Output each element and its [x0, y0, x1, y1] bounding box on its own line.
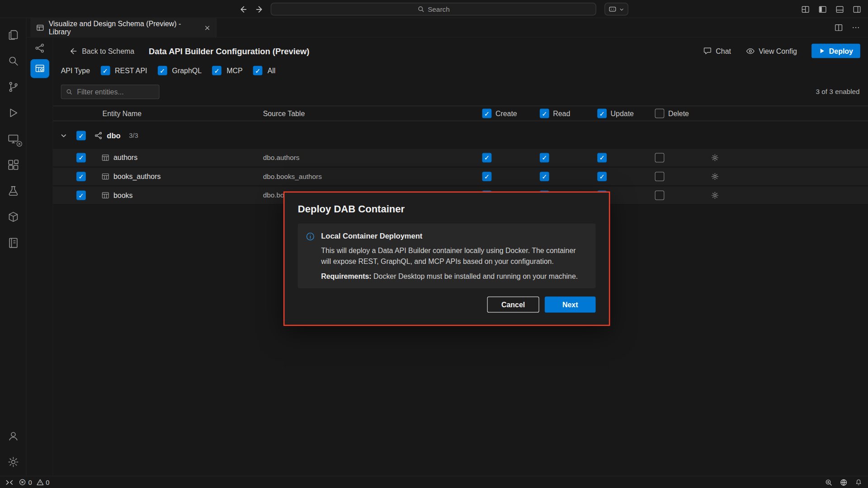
sidebar-item-remote-explorer[interactable] [0, 126, 26, 152]
more-actions-icon[interactable] [851, 23, 860, 32]
sidebar-item-notebook[interactable] [0, 230, 26, 256]
bell-icon[interactable] [855, 479, 863, 486]
command-center-search[interactable]: Search [271, 3, 596, 15]
next-button[interactable]: Next [545, 297, 596, 313]
cancel-button[interactable]: Cancel [487, 297, 539, 313]
customize-layout-icon[interactable] [801, 5, 810, 14]
col-entity-name: Entity Name [103, 109, 142, 117]
group-checkbox[interactable] [76, 131, 86, 141]
deploy-label: Deploy [829, 47, 853, 55]
chat-button[interactable]: Chat [703, 47, 731, 56]
chat-icon [703, 47, 712, 56]
split-editor-icon[interactable] [834, 23, 843, 32]
sidebar-item-source-control[interactable] [0, 74, 26, 100]
schema-designer-icon[interactable] [30, 39, 49, 58]
back-to-schema-link[interactable]: Back to Schema [69, 47, 134, 55]
toggle-panel-icon[interactable] [835, 5, 844, 14]
schema-tool-strip [27, 38, 53, 476]
read-checkbox[interactable] [540, 153, 549, 163]
deploy-button[interactable]: Deploy [811, 44, 860, 58]
col-source-table: Source Table [263, 109, 305, 117]
problems-indicator[interactable]: 0 0 [19, 479, 50, 486]
view-config-icon [745, 46, 755, 56]
filter-entities-input[interactable] [76, 87, 155, 97]
header-actions: Chat View Config Deploy [703, 44, 860, 58]
row-checkbox[interactable] [76, 153, 86, 163]
browser-icon[interactable] [840, 479, 848, 486]
sidebar-item-packages[interactable] [0, 204, 26, 230]
mcp-checkbox[interactable] [212, 66, 222, 75]
collapse-chevron-icon[interactable] [60, 131, 67, 139]
table-icon [101, 154, 109, 162]
delete-checkbox[interactable] [655, 191, 665, 200]
toggle-secondary-sidebar-icon[interactable] [853, 5, 862, 14]
toggle-primary-sidebar-icon[interactable] [818, 5, 827, 14]
settings-gear-icon[interactable] [0, 449, 26, 475]
copilot-icon [609, 5, 617, 13]
close-icon[interactable] [204, 24, 210, 30]
delete-checkbox[interactable] [655, 153, 665, 163]
requirements-body: Docker Desktop must be installed and run… [372, 272, 578, 281]
sidebar-item-explorer[interactable] [0, 22, 26, 48]
view-config-button[interactable]: View Config [745, 46, 797, 56]
error-icon [19, 479, 26, 486]
delete-checkbox[interactable] [655, 172, 665, 181]
copilot-menu[interactable] [604, 3, 628, 15]
forward-arrow-icon[interactable] [256, 5, 265, 14]
row-settings-gear-icon[interactable] [711, 154, 719, 162]
sidebar-item-testing[interactable] [0, 178, 26, 204]
row-settings-gear-icon[interactable] [711, 172, 719, 180]
dab-config-icon[interactable] [30, 59, 49, 78]
graphql-checkbox[interactable] [158, 66, 167, 75]
update-checkbox[interactable] [597, 172, 607, 181]
vscode-window: Search [0, 0, 868, 488]
col-create-label: Create [495, 109, 517, 117]
tab-visualize-schema[interactable]: Visualize and Design Schema (Preview) - … [30, 18, 216, 37]
create-checkbox[interactable] [482, 153, 492, 163]
api-option-graphql: GraphQL [158, 66, 202, 75]
table-row: books_authors dbo.books_authors [53, 168, 868, 186]
accounts-icon[interactable] [0, 423, 26, 449]
back-label: Back to Schema [82, 47, 134, 55]
zoom-icon[interactable] [825, 479, 832, 486]
page-title: Data API Builder Configuration (Preview) [149, 46, 309, 56]
status-right [825, 479, 862, 486]
read-checkbox[interactable] [540, 172, 549, 181]
play-icon [819, 47, 826, 54]
info-icon [306, 232, 315, 281]
col-update-checkbox[interactable] [597, 109, 607, 118]
back-arrow-icon[interactable] [238, 5, 247, 14]
row-checkbox[interactable] [76, 191, 86, 200]
create-checkbox[interactable] [482, 172, 492, 181]
api-option-rest: REST API [100, 66, 147, 75]
update-checkbox[interactable] [597, 153, 607, 163]
titlebar: Search [0, 0, 868, 18]
view-config-label: View Config [759, 47, 797, 55]
tab-bar: Visualize and Design Schema (Preview) - … [27, 18, 868, 38]
mcp-label: MCP [226, 66, 242, 75]
activity-bar [0, 18, 27, 476]
sidebar-item-run-debug[interactable] [0, 99, 26, 126]
enabled-summary: 3 of 3 enabled [816, 88, 860, 96]
table-icon [101, 172, 109, 180]
deploy-dab-modal: Deploy DAB Container Local Container Dep… [283, 192, 610, 326]
all-checkbox[interactable] [253, 66, 263, 75]
graphql-label: GraphQL [172, 66, 202, 75]
sidebar-item-extensions[interactable] [0, 152, 26, 178]
error-count: 0 [28, 479, 32, 486]
remote-indicator-icon[interactable] [5, 479, 13, 486]
sidebar-item-search[interactable] [0, 47, 26, 74]
col-create-checkbox[interactable] [482, 109, 492, 118]
row-checkbox[interactable] [76, 172, 86, 181]
entity-table-header: Entity Name Source Table Create Read Upd… [53, 106, 868, 121]
entity-name: authors [113, 154, 137, 162]
info-box: Local Container Deployment This will dep… [298, 224, 596, 289]
row-settings-gear-icon[interactable] [711, 191, 719, 199]
col-read-checkbox[interactable] [540, 109, 549, 118]
search-placeholder: Search [428, 5, 450, 13]
schema-group-row: dbo 3/3 [53, 125, 868, 146]
rest-api-checkbox[interactable] [100, 66, 110, 75]
chevron-down-icon [619, 6, 624, 12]
col-delete-checkbox[interactable] [655, 109, 665, 118]
info-heading: Local Container Deployment [321, 232, 585, 240]
